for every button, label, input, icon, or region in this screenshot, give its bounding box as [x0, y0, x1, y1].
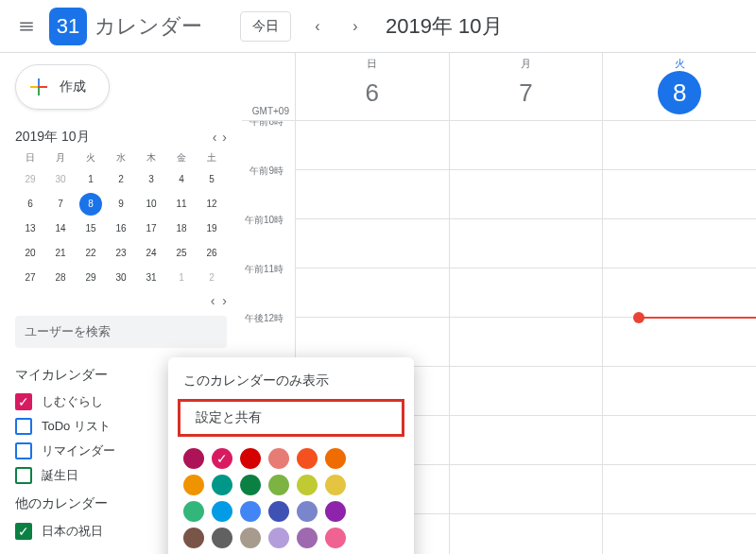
time-slot[interactable] [296, 268, 449, 318]
create-button[interactable]: 作成 [15, 64, 110, 110]
mini-day[interactable]: 2 [197, 267, 227, 289]
time-slot[interactable] [603, 367, 756, 416]
color-swatch[interactable] [268, 528, 289, 548]
search-input[interactable]: ユーザーを検索 [15, 316, 227, 348]
mini-day[interactable]: 31 [136, 267, 166, 289]
mini-prev-button[interactable]: ‹ [213, 130, 217, 145]
time-slot[interactable] [603, 514, 756, 554]
color-swatch[interactable] [240, 448, 261, 469]
mini-day[interactable]: 9 [106, 193, 136, 216]
color-swatch[interactable] [183, 501, 204, 522]
time-slot[interactable] [603, 268, 756, 318]
color-swatch[interactable] [240, 475, 261, 495]
color-swatch[interactable] [183, 448, 204, 469]
mini-day[interactable]: 4 [166, 168, 197, 191]
day-number[interactable]: 7 [505, 71, 548, 114]
time-slot[interactable] [450, 219, 603, 268]
color-swatch[interactable] [212, 501, 232, 522]
mini-day[interactable]: 20 [15, 242, 45, 265]
day-column-header[interactable]: 月7 [449, 53, 603, 120]
mini-prev-alt[interactable]: ‹ [211, 293, 215, 308]
mini-next-alt[interactable]: › [222, 293, 227, 308]
time-slot[interactable] [450, 416, 603, 465]
mini-day[interactable]: 30 [106, 267, 136, 289]
color-swatch[interactable] [183, 528, 204, 548]
mini-next-button[interactable]: › [222, 130, 227, 145]
time-slot[interactable] [450, 514, 603, 554]
time-slot[interactable] [603, 121, 756, 170]
day-column-header[interactable]: 日6 [295, 53, 449, 120]
mini-day[interactable]: 10 [136, 193, 166, 216]
day-column[interactable] [602, 121, 756, 554]
mini-day[interactable]: 13 [15, 217, 45, 240]
time-slot[interactable] [296, 170, 449, 219]
color-swatch[interactable] [325, 448, 346, 469]
time-slot[interactable] [603, 465, 756, 514]
prev-period-button[interactable]: ‹ [299, 8, 336, 45]
mini-day[interactable]: 19 [197, 217, 227, 240]
mini-day[interactable]: 28 [45, 267, 76, 289]
color-swatch[interactable]: ✓ [212, 448, 232, 469]
day-number[interactable]: 8 [658, 71, 701, 114]
mini-day[interactable]: 1 [76, 168, 106, 191]
mini-day[interactable]: 23 [106, 242, 136, 265]
color-swatch[interactable] [325, 528, 346, 548]
time-slot[interactable] [603, 219, 756, 268]
mini-day[interactable]: 29 [76, 267, 106, 289]
color-swatch[interactable] [297, 448, 318, 469]
mini-day[interactable]: 29 [15, 168, 45, 191]
time-slot[interactable] [450, 367, 603, 416]
color-swatch[interactable] [212, 475, 232, 495]
time-slot[interactable] [296, 121, 449, 170]
time-slot[interactable] [450, 318, 603, 367]
color-swatch[interactable] [240, 501, 261, 522]
mini-day[interactable]: 12 [197, 193, 227, 216]
mini-day[interactable]: 6 [15, 193, 45, 216]
mini-day[interactable]: 11 [166, 193, 197, 216]
mini-day[interactable]: 8 [79, 193, 102, 216]
next-period-button[interactable]: › [336, 8, 374, 45]
mini-day[interactable]: 3 [136, 168, 166, 191]
color-swatch[interactable] [183, 475, 204, 495]
mini-day[interactable]: 2 [106, 168, 136, 191]
time-slot[interactable] [450, 268, 603, 318]
mini-day[interactable]: 5 [197, 168, 227, 191]
mini-day[interactable]: 30 [45, 168, 76, 191]
calendar-checkbox[interactable] [15, 442, 32, 459]
color-swatch[interactable] [297, 528, 318, 548]
time-slot[interactable] [603, 318, 756, 367]
mini-day[interactable]: 27 [15, 267, 45, 289]
color-swatch[interactable] [325, 475, 346, 495]
mini-day[interactable]: 24 [136, 242, 166, 265]
time-slot[interactable] [450, 170, 603, 219]
color-swatch[interactable] [268, 475, 289, 495]
time-slot[interactable] [603, 416, 756, 465]
color-swatch[interactable] [268, 501, 289, 522]
color-swatch[interactable] [297, 501, 318, 522]
day-column-header[interactable]: 火8 [602, 53, 756, 120]
calendar-checkbox[interactable] [15, 467, 32, 484]
mini-day[interactable]: 21 [45, 242, 76, 265]
mini-day[interactable]: 14 [45, 217, 76, 240]
show-only-this-calendar[interactable]: このカレンダーのみ表示 [168, 365, 414, 397]
day-number[interactable]: 6 [351, 71, 394, 114]
mini-day[interactable]: 7 [45, 193, 76, 216]
time-slot[interactable] [603, 170, 756, 219]
color-swatch[interactable] [212, 528, 232, 548]
color-swatch[interactable] [297, 475, 318, 495]
color-swatch[interactable] [240, 528, 261, 548]
calendar-checkbox[interactable] [15, 523, 32, 540]
mini-day[interactable]: 25 [166, 242, 197, 265]
settings-and-sharing[interactable]: 設定と共有 [180, 402, 402, 434]
color-swatch[interactable] [268, 448, 289, 469]
time-slot[interactable] [296, 219, 449, 268]
day-column[interactable] [449, 121, 603, 554]
mini-day[interactable]: 17 [136, 217, 166, 240]
mini-day[interactable]: 15 [76, 217, 106, 240]
calendar-checkbox[interactable] [15, 418, 32, 435]
mini-day[interactable]: 16 [106, 217, 136, 240]
color-swatch[interactable] [325, 501, 346, 522]
mini-day[interactable]: 18 [166, 217, 197, 240]
time-slot[interactable] [450, 465, 603, 514]
mini-day[interactable]: 1 [166, 267, 197, 289]
